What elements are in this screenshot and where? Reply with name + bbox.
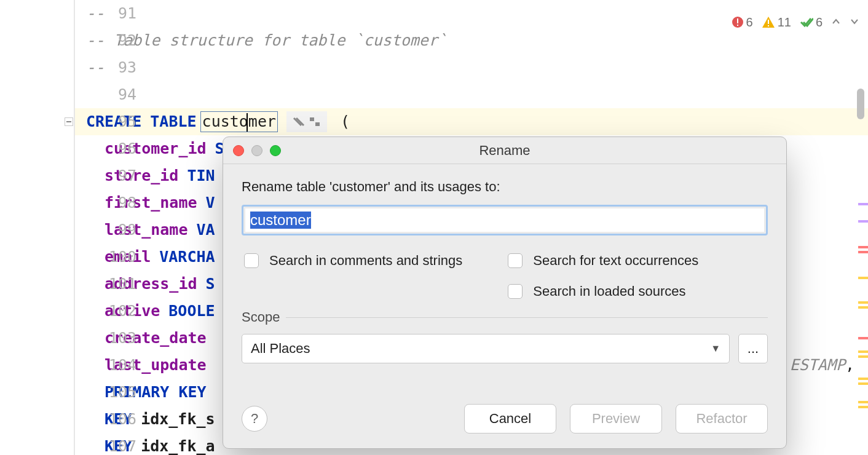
scope-section-label: Scope [242, 309, 768, 325]
type-keywords: V [197, 189, 215, 216]
marker-stripe[interactable] [858, 350, 868, 353]
marker-stripe[interactable] [858, 203, 868, 205]
checkbox-label: Search for text occurrences [533, 253, 698, 269]
line-number: 100 [75, 243, 136, 271]
minimize-window-button[interactable] [251, 145, 262, 156]
scope-more-button[interactable]: ... [738, 334, 768, 363]
scope-value: All Places [251, 341, 310, 357]
marker-stripe[interactable] [858, 277, 868, 279]
scope-combobox[interactable]: All Places ▼ [242, 334, 730, 363]
marker-stripe[interactable] [858, 220, 868, 223]
rename-input[interactable] [245, 208, 765, 232]
code-line: 94 [75, 81, 868, 108]
error-count[interactable]: 6 [732, 9, 753, 36]
index-name: idx_fk_a [132, 433, 215, 455]
marker-stripe[interactable] [858, 337, 868, 339]
error-icon [732, 16, 744, 28]
help-icon: ? [251, 411, 258, 427]
close-window-button[interactable] [233, 145, 244, 156]
line-number: 97 [75, 162, 136, 189]
marker-stripe[interactable] [858, 355, 868, 358]
svg-rect-4 [315, 122, 320, 126]
button-label: Preview [592, 411, 640, 427]
code-line-current: 95 CREATE TABLE customer ( [75, 108, 868, 135]
search-comments-checkbox[interactable]: Search in comments and strings [242, 251, 462, 270]
chevron-down-icon: ▼ [711, 343, 720, 354]
type-keywords: S [197, 271, 215, 298]
preview-button[interactable]: Preview [570, 404, 662, 433]
zoom-window-button[interactable] [270, 145, 281, 156]
rename-dialog: Rename Rename table 'customer' and its u… [223, 136, 787, 449]
warning-count-value: 11 [778, 9, 791, 36]
pass-count[interactable]: 6 [800, 9, 823, 36]
help-button[interactable]: ? [242, 406, 267, 432]
type-keywords: BOOLE [160, 298, 215, 325]
line-number: 103 [75, 325, 136, 352]
checkbox[interactable] [508, 284, 523, 299]
gutter [0, 0, 75, 455]
identifier: customer [202, 108, 276, 135]
marker-stripe[interactable] [858, 246, 868, 248]
marker-stripe[interactable] [858, 306, 868, 309]
type-keywords: ESTAMP [790, 352, 845, 379]
dialog-body: Rename table 'customer' and its usages t… [223, 164, 786, 363]
refactor-button[interactable]: Refactor [676, 404, 768, 433]
warning-count[interactable]: 11 [762, 9, 791, 36]
punctuation: , [845, 352, 854, 379]
marker-stripe[interactable] [858, 251, 868, 253]
separator [286, 317, 768, 318]
inline-hints[interactable] [286, 111, 327, 132]
line-number: 98 [75, 189, 136, 216]
vertical-scrollbar-thumb[interactable] [857, 89, 864, 119]
dialog-title: Rename [479, 143, 530, 159]
type-keywords: VA [187, 216, 215, 243]
line-number: 99 [75, 216, 136, 243]
punctuation: ( [329, 108, 350, 135]
chevron-down-icon [850, 17, 859, 26]
svg-rect-7 [737, 25, 738, 26]
marker-stripe[interactable] [858, 406, 868, 408]
line-number: 104 [75, 352, 136, 379]
next-highlight-button[interactable] [850, 9, 859, 36]
dialog-prompt: Rename table 'customer' and its usages t… [242, 179, 768, 195]
line-number: 105 [75, 379, 136, 406]
search-text-checkbox[interactable]: Search for text occurrences [505, 251, 698, 270]
marker-stripe[interactable] [858, 301, 868, 304]
prev-highlight-button[interactable] [831, 9, 841, 36]
dialog-footer: ? Cancel Preview Refactor [223, 390, 786, 448]
keyword: TABLE [141, 108, 196, 135]
scope-label-text: Scope [242, 309, 280, 325]
checkbox-label: Search in loaded sources [533, 283, 685, 299]
search-options: Search in comments and strings Search fo… [242, 251, 768, 301]
warning-icon [762, 16, 775, 28]
marker-stripe[interactable] [858, 401, 868, 403]
svg-rect-3 [310, 117, 314, 121]
marker-stripe[interactable] [858, 378, 868, 380]
line-number: 94 [75, 81, 136, 108]
checkbox[interactable] [508, 253, 523, 268]
dialog-titlebar[interactable]: Rename [223, 137, 786, 164]
comment-toggle-icon [293, 116, 305, 128]
checkbox[interactable] [244, 253, 259, 268]
type-keywords: VARCHA [151, 243, 215, 271]
rename-target-token[interactable]: customer [200, 111, 278, 132]
button-label: Refactor [696, 411, 747, 427]
line-number: 95 [75, 108, 136, 135]
type-keywords: TIN [178, 162, 215, 189]
traffic-lights [233, 145, 281, 156]
index-name: idx_fk_s [132, 406, 215, 433]
svg-rect-0 [66, 121, 71, 122]
cancel-button[interactable]: Cancel [464, 404, 556, 433]
line-number: 96 [75, 135, 136, 162]
rename-input-wrap [242, 205, 768, 235]
marker-stripe[interactable] [858, 382, 868, 385]
pass-count-value: 6 [816, 9, 823, 36]
fold-minus-icon[interactable] [65, 117, 73, 126]
search-loaded-sources-checkbox[interactable]: Search in loaded sources [505, 282, 698, 301]
line-number: 107 [75, 433, 136, 455]
svg-rect-6 [737, 18, 738, 23]
checkmark-icon [800, 16, 813, 28]
inspection-summary[interactable]: 6 11 6 [732, 9, 860, 36]
error-count-value: 6 [746, 9, 753, 36]
line-number: 93 [75, 54, 136, 81]
